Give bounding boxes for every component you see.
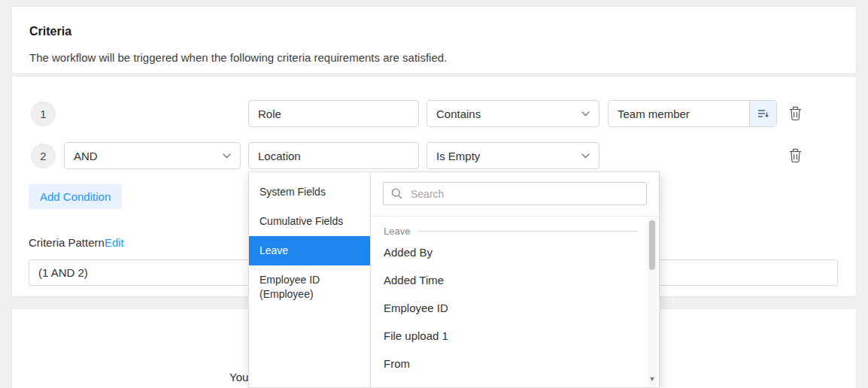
condition-row-number: 2 — [31, 144, 56, 168]
truncated-text: You — [229, 371, 248, 383]
scroll-down-arrow-icon[interactable]: ▼ — [648, 374, 657, 384]
option-group-label: Leave — [384, 226, 410, 237]
add-condition-button[interactable]: Add Condition — [29, 184, 122, 209]
search-input[interactable] — [409, 187, 639, 201]
delete-condition-button[interactable] — [787, 147, 803, 164]
criteria-pattern-text: Criteria Pattern — [29, 236, 105, 249]
criteria-header-card: Criteria The workflow will be triggered … — [11, 6, 857, 74]
condition-row-number: 1 — [31, 102, 56, 126]
category-item-cumulative-fields[interactable]: Cumulative Fields — [249, 207, 370, 236]
condition-field-input[interactable] — [248, 142, 419, 169]
condition-comparator-select[interactable]: Contains — [426, 100, 599, 127]
field-category-menu: System Fields Cumulative Fields Leave Em… — [248, 171, 371, 388]
trash-icon — [789, 148, 802, 163]
trash-icon — [789, 106, 802, 121]
comparator-value: Contains — [436, 108, 481, 120]
page-description: The workflow will be triggered when the … — [29, 51, 447, 64]
scrollbar-thumb[interactable] — [649, 220, 655, 270]
category-item-system-fields[interactable]: System Fields — [249, 177, 370, 207]
field-option[interactable]: Added Time — [371, 266, 659, 294]
field-option[interactable]: Added By — [371, 238, 659, 266]
option-group-header: Leave — [384, 226, 638, 237]
list-picker-icon — [757, 109, 769, 119]
field-option[interactable]: Employee ID — [371, 294, 659, 322]
condition-value-input[interactable] — [609, 101, 749, 126]
search-box — [383, 182, 647, 205]
page-title: Criteria — [29, 25, 71, 38]
criteria-pattern-label: Criteria PatternEdit — [29, 236, 124, 249]
chevron-down-icon — [223, 153, 231, 159]
comparator-value: Is Empty — [436, 150, 480, 162]
category-item-employee-id[interactable]: Employee ID (Employee) — [249, 265, 347, 309]
edit-pattern-link[interactable]: Edit — [105, 236, 124, 249]
condition-field-input[interactable] — [248, 100, 419, 127]
group-divider — [417, 231, 638, 232]
condition-operator-select[interactable]: AND — [64, 142, 241, 169]
search-icon — [391, 188, 402, 199]
chevron-down-icon — [581, 153, 590, 159]
chevron-down-icon — [581, 111, 590, 117]
condition-comparator-select[interactable]: Is Empty — [426, 142, 599, 169]
category-item-leave[interactable]: Leave — [249, 236, 370, 265]
value-picker-button[interactable] — [749, 101, 776, 126]
operator-value: AND — [74, 150, 98, 162]
delete-condition-button[interactable] — [787, 105, 803, 122]
condition-value-group — [608, 100, 777, 127]
field-option[interactable]: File upload 1 — [371, 322, 659, 350]
search-area — [371, 172, 659, 217]
scrollbar[interactable]: ▼ — [648, 218, 657, 386]
field-option[interactable]: From — [371, 350, 659, 377]
field-options-panel: Leave Added By Added Time Employee ID Fi… — [371, 171, 660, 388]
